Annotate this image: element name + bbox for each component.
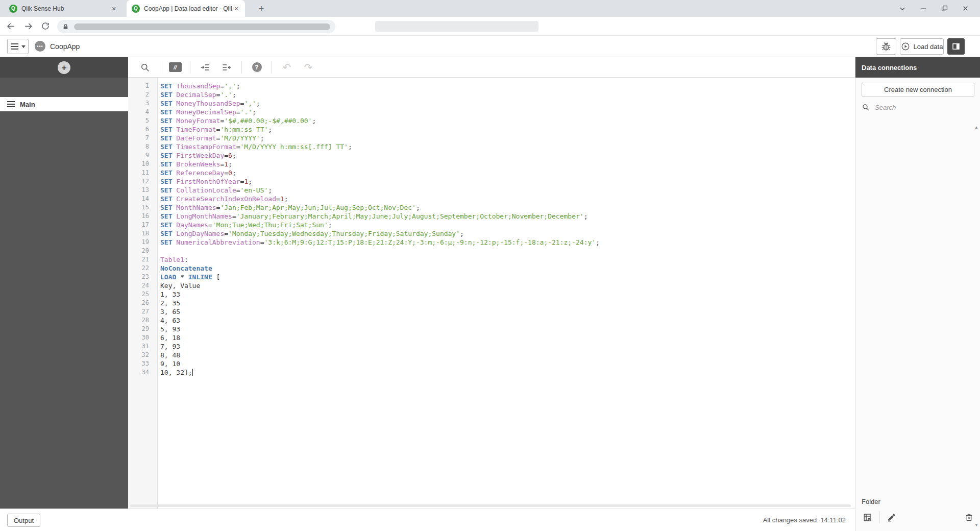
help-icon[interactable]: ?	[250, 61, 263, 74]
line-number: 10	[128, 160, 149, 168]
delete-trash-icon[interactable]	[965, 513, 973, 522]
toolbar-separator	[241, 61, 242, 74]
select-data-icon[interactable]	[863, 513, 872, 522]
line-code: SET TimestampFormat='M/D/YYYY h:mm:ss[.f…	[149, 142, 352, 151]
line-number: 1	[128, 82, 149, 90]
script-sections-panel: + Main	[0, 57, 128, 509]
line-number: 23	[128, 273, 149, 281]
output-button[interactable]: Output	[7, 514, 40, 527]
line-number: 7	[128, 134, 149, 142]
add-section-button[interactable]: +	[58, 61, 70, 74]
line-number: 31	[128, 342, 149, 351]
window-chevron-icon[interactable]	[899, 5, 906, 12]
edit-pencil-icon[interactable]	[887, 513, 896, 522]
section-item-main[interactable]: Main	[0, 97, 128, 111]
close-tab-icon[interactable]: ×	[109, 4, 118, 13]
global-menu-button[interactable]	[7, 39, 29, 54]
app-name: CoopApp	[50, 42, 80, 51]
section-list-icon	[7, 100, 15, 109]
qlik-app-toolbar: ••• CoopApp Prepare Data load editor Ana…	[0, 36, 980, 57]
tab-qlik-sense-hub[interactable]: Q Qlik Sense Hub ×	[4, 0, 122, 17]
search-icon[interactable]	[138, 61, 152, 74]
line-code: Table1:	[149, 255, 188, 264]
load-data-button[interactable]: Load data	[900, 38, 944, 55]
tab-title: Qlik Sense Hub	[21, 5, 109, 12]
code-line: 18SET LongDayNames='Monday;Tuesday;Wedne…	[128, 229, 855, 238]
line-code: SET ReferenceDay=0;	[149, 168, 236, 177]
code-line: 13SET CollationLocale='en-US';	[128, 186, 855, 195]
line-code: SET ThousandSep=',';	[149, 82, 240, 90]
code-line: 3SET MoneyThousandSep=',';	[128, 99, 855, 108]
redo-icon[interactable]: ↷	[302, 61, 315, 74]
browser-address-bar: ☆ Q ⋮	[0, 17, 980, 36]
connections-search-input[interactable]: Search	[862, 103, 980, 111]
horizontal-scrollbar[interactable]	[130, 504, 851, 507]
scroll-up-icon[interactable]: ▲	[974, 125, 978, 130]
new-tab-button[interactable]: +	[255, 3, 267, 15]
lock-icon	[62, 23, 69, 31]
text-caret	[192, 369, 193, 376]
window-close-icon[interactable]	[962, 5, 969, 12]
line-number: 22	[128, 264, 149, 273]
code-line: 20	[128, 247, 855, 255]
line-number: 21	[128, 255, 149, 264]
line-code: 6, 18	[149, 333, 180, 342]
code-line: 19SET NumericalAbbreviation='3:k;6:M;9:G…	[128, 238, 855, 247]
line-number: 28	[128, 316, 149, 325]
window-minimize-icon[interactable]	[920, 5, 927, 12]
line-number: 14	[128, 195, 149, 203]
line-number: 15	[128, 203, 149, 212]
app-breadcrumb[interactable]: ••• CoopApp	[35, 41, 80, 52]
line-number: 33	[128, 359, 149, 368]
folder-label: Folder	[855, 498, 980, 505]
tab-title: CoopApp | Data load editor - Qlik	[144, 5, 232, 12]
line-code: SET FirstMonthOfYear=1;	[149, 177, 252, 186]
line-number: 32	[128, 351, 149, 359]
forward-icon[interactable]	[21, 19, 35, 33]
script-code-area[interactable]: 1SET ThousandSep=',';2SET DecimalSep='.'…	[128, 78, 855, 509]
line-code	[149, 247, 160, 255]
line-code: SET NumericalAbbreviation='3:k;6:M;9:G;1…	[149, 238, 600, 247]
hamburger-icon	[11, 42, 18, 51]
code-line: 10SET BrokenWeeks=1;	[128, 160, 855, 168]
line-code: SET MonthNames='Jan;Feb;Mar;Apr;May;Jun;…	[149, 203, 420, 212]
close-tab-icon[interactable]: ×	[232, 4, 241, 13]
code-line: 2SET DecimalSep='.';	[128, 90, 855, 99]
create-new-connection-button[interactable]: Create new connection	[862, 83, 974, 96]
outdent-icon[interactable]	[220, 61, 233, 74]
line-code: SET FirstWeekDay=6;	[149, 151, 236, 160]
line-code: SET MoneyDecimalSep='.';	[149, 108, 256, 116]
indent-icon[interactable]	[199, 61, 212, 74]
code-line: 3410, 32];	[128, 368, 855, 377]
play-circle-icon	[901, 42, 910, 51]
code-line: 11SET ReferenceDay=0;	[128, 168, 855, 177]
code-line: 12SET FirstMonthOfYear=1;	[128, 177, 855, 186]
code-line: 251, 33	[128, 290, 855, 299]
line-code: SET BrokenWeeks=1;	[149, 160, 232, 168]
code-line: 284, 63	[128, 316, 855, 325]
reload-icon[interactable]	[39, 19, 52, 33]
editor-toolbar: // ? ↶ ↷	[128, 57, 855, 78]
save-status-text: All changes saved: 14:11:02	[763, 516, 846, 524]
code-line: 295, 93	[128, 325, 855, 333]
qlik-favicon: Q	[132, 5, 140, 13]
browser-tab-strip: Q Qlik Sense Hub × Q CoopApp | Data load…	[0, 0, 980, 17]
url-input[interactable]	[57, 20, 335, 33]
line-code: SET CollationLocale='en-US';	[149, 186, 272, 195]
toolbar-separator	[160, 61, 160, 74]
debug-bug-button[interactable]	[876, 38, 896, 55]
line-number: 8	[128, 142, 149, 151]
scroll-down-icon[interactable]: ▼	[974, 523, 978, 527]
tab-coopapp-data-load-editor[interactable]: Q CoopApp | Data load editor - Qlik ×	[127, 0, 245, 17]
line-number: 25	[128, 290, 149, 299]
window-restore-icon[interactable]	[941, 5, 948, 12]
toggle-right-panel-button[interactable]	[947, 38, 965, 55]
toolbar-actions: Load data	[876, 38, 965, 55]
comment-icon[interactable]: //	[168, 61, 182, 74]
code-line: 306, 18	[128, 333, 855, 342]
section-label: Main	[20, 101, 35, 108]
back-icon[interactable]	[4, 19, 17, 33]
code-line: 9SET FirstWeekDay=6;	[128, 151, 855, 160]
line-number: 6	[128, 125, 149, 134]
undo-icon[interactable]: ↶	[280, 61, 293, 74]
